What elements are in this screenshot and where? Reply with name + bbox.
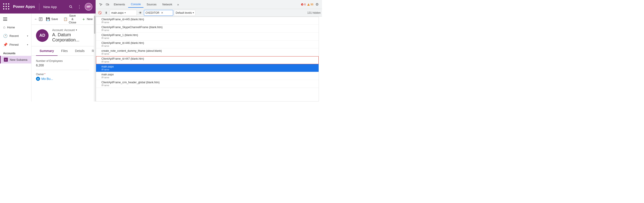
entry-main-text: ClientApiIFrame_id-445 (blank.htm) xyxy=(102,18,144,21)
pause-on-exceptions-button[interactable]: ⏸ xyxy=(104,10,109,16)
warning-badge[interactable]: ! 96 xyxy=(307,3,314,6)
tab-files[interactable]: Files xyxy=(58,46,72,56)
record-tabs: Summary Files Details Related xyxy=(32,46,94,56)
home-icon: ⌂ xyxy=(3,25,6,29)
record-info: Account: Account ▾ A. Datum Corporation.… xyxy=(52,28,89,43)
devtools-toolbar: 🚫 ⏸ main.aspx ▾ 👁 CKEDITOR ✕ Default lev… xyxy=(96,9,322,17)
sidebar-toggle-button[interactable] xyxy=(0,15,31,23)
inspect-element-button[interactable] xyxy=(98,1,104,8)
sidebar-section-accounts: Accounts xyxy=(0,49,31,56)
console-body: ▶ ClientApiIFrame_id-445 (blank.htm) IFr… xyxy=(96,17,322,102)
tab-summary[interactable]: Summary xyxy=(36,46,58,56)
list-item[interactable]: main.aspx IFrame xyxy=(96,64,319,72)
scrollbar-thumb[interactable] xyxy=(94,16,95,34)
list-item[interactable]: ClientApiIFrame_id-447 (blank.htm) IFram… xyxy=(96,56,319,64)
sidebar-item-home[interactable]: ⌂ Home xyxy=(0,23,31,32)
more-tabs-button[interactable]: » xyxy=(176,1,181,8)
form-icon xyxy=(39,16,43,23)
clear-console-button[interactable]: 🚫 xyxy=(97,10,102,16)
app-body: ⌂ Home 🕐 Recent ▾ 📌 Pinned ▾ Accounts xyxy=(0,14,96,102)
sidebar-item-pinned[interactable]: 📌 Pinned ▾ xyxy=(0,40,31,49)
recent-icon: 🕐 xyxy=(3,34,8,38)
svg-rect-6 xyxy=(106,4,108,5)
chevron-down-icon: ▾ xyxy=(124,12,126,14)
entry-main-text: ClientApiIFrame_crm_header_global (blank… xyxy=(102,81,160,84)
tab-sources[interactable]: Sources xyxy=(144,2,159,8)
save-close-icon: 📋 xyxy=(64,17,68,21)
svg-text:!: ! xyxy=(308,4,308,6)
subarea-icon: ≡ xyxy=(4,58,8,62)
add-icon: ＋ xyxy=(82,17,86,22)
list-item[interactable]: ClientApiIFrame_id-445 (blank.htm) IFram… xyxy=(96,17,319,25)
error-badge[interactable]: ✕ 6 xyxy=(301,3,306,6)
record-avatar: AD xyxy=(36,29,48,42)
sidebar-subarea-label: New Subarea xyxy=(10,58,28,61)
more-options-button[interactable]: ⋮ xyxy=(76,4,82,10)
avatar[interactable]: MP xyxy=(85,3,92,11)
devtools-tabs: Elements Console Sources Network » ✕ 6 !… xyxy=(96,0,322,9)
entry-sub-text: IFrame xyxy=(102,52,162,55)
svg-point-0 xyxy=(70,6,72,8)
list-item[interactable]: ClientApiIFrame_SkypeChannelIFrame (blan… xyxy=(96,25,319,33)
tab-console[interactable]: Console xyxy=(128,1,144,8)
new-button[interactable]: ＋ New xyxy=(80,15,94,23)
settings-button[interactable]: ⚙ xyxy=(314,1,320,8)
level-selector[interactable]: Default levels ▾ xyxy=(174,10,196,16)
list-item[interactable]: create_note_content_dummy_iframe (about:… xyxy=(96,48,319,56)
powerapps-logo: Power Apps xyxy=(13,5,35,9)
tab-network[interactable]: Network xyxy=(160,2,175,8)
context-selector[interactable]: main.aspx ▾ xyxy=(110,10,137,16)
record-type[interactable]: Account: Account ▾ xyxy=(52,28,89,32)
main-scrollbar[interactable] xyxy=(94,14,96,102)
entry-sub-text: IFrame xyxy=(102,45,144,47)
entry-main-text: ClientApiIFrame_SkypeChannelIFrame (blan… xyxy=(102,26,162,29)
back-button[interactable]: ← xyxy=(34,16,38,23)
sidebar-item-recent[interactable]: 🕐 Recent ▾ xyxy=(0,32,31,40)
tab-elements[interactable]: Elements xyxy=(111,2,128,8)
entry-sub-text: IFrame xyxy=(102,37,138,39)
app-launcher-button[interactable] xyxy=(3,3,10,10)
hidden-count: 131 hidden xyxy=(308,11,321,15)
device-toggle-button[interactable] xyxy=(104,1,111,8)
left-panel: Power Apps New App ⋮ MP ⌂ Home xyxy=(0,0,96,102)
employees-label: Number of Employees xyxy=(36,59,89,63)
sidebar-item-label: Pinned xyxy=(10,43,18,46)
filter-clear-button[interactable]: ✕ xyxy=(160,11,164,15)
tab-details[interactable]: Details xyxy=(71,46,88,56)
sidebar: ⌂ Home 🕐 Recent ▾ 📌 Pinned ▾ Accounts xyxy=(0,14,32,102)
pin-icon: 📌 xyxy=(3,43,8,47)
record-name: A. Datum Corporation... xyxy=(52,32,89,43)
save-button[interactable]: 💾 Save xyxy=(44,16,60,22)
search-button[interactable] xyxy=(68,4,74,10)
sidebar-item-label: Recent xyxy=(10,34,19,38)
entry-main-text: ClientApiIFrame_id-446 (blank.htm) xyxy=(102,41,144,45)
chevron-down-icon: ▾ xyxy=(27,35,28,37)
record-header: AD Account: Account ▾ A. Datum Corporati… xyxy=(32,25,94,46)
toolbar: ← 💾 Save 📋 Save & Close xyxy=(32,14,94,25)
entry-main-text: create_note_content_dummy_iframe (about:… xyxy=(102,49,162,52)
entry-sub-text: IFrame xyxy=(102,84,160,87)
list-item[interactable]: ClientApiIFrame_id-446 (blank.htm) IFram… xyxy=(96,41,319,48)
svg-rect-7 xyxy=(108,4,109,5)
sidebar-item-label: Home xyxy=(7,26,15,29)
list-item[interactable]: main.aspx IFrame xyxy=(96,72,319,80)
entry-sub-text: IFrame xyxy=(102,68,114,71)
save-close-button[interactable]: 📋 Save & Close xyxy=(61,14,78,25)
eye-button[interactable]: 👁 xyxy=(138,10,143,16)
tab-related[interactable]: Related xyxy=(88,46,94,56)
form-area: Number of Employees 6,200 Owner ◉ Mo Bu.… xyxy=(32,56,94,102)
chevron-down-icon: ▾ xyxy=(27,44,28,46)
sidebar-item-new-subarea[interactable]: ≡ New Subarea xyxy=(0,56,31,64)
chevron-down-icon: ▾ xyxy=(76,29,77,32)
owner-value: ◉ Mo Bu... xyxy=(36,77,89,81)
filter-input[interactable]: CKEDITOR ✕ xyxy=(144,10,173,16)
entry-sub-text: IFrame xyxy=(102,21,144,24)
list-item[interactable]: ClientApiIFrame_1 (blank.htm) IFrame xyxy=(96,33,319,41)
entry-sub-text: IFrame xyxy=(102,76,114,79)
owner-label: Owner xyxy=(36,73,89,76)
top-bar: Power Apps New App ⋮ MP xyxy=(0,0,96,14)
list-item[interactable]: ClientApiIFrame_crm_header_global (blank… xyxy=(96,80,319,88)
hamburger-icon xyxy=(3,18,7,21)
entry-main-text: main.aspx xyxy=(102,65,114,68)
svg-text:✕: ✕ xyxy=(301,4,303,6)
